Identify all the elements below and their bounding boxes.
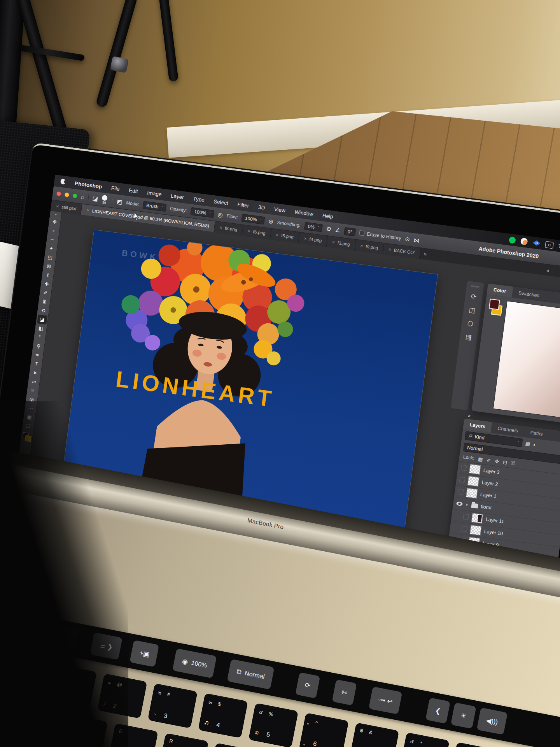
eraser-preset-icon[interactable]: ◪ [92,195,98,202]
angle-input[interactable]: 0° [344,227,356,236]
tool-button[interactable]: ☞ [28,386,38,396]
tool-button[interactable]: ❜ [35,332,45,342]
tool-button[interactable]: ✥ [49,217,60,227]
input-source-label[interactable]: Thai [558,243,560,250]
minimize-window-button[interactable] [65,193,69,197]
home-icon[interactable]: ⌂ [80,193,85,200]
tool-button[interactable]: ✚ [42,279,52,289]
color-picker-field[interactable] [493,301,560,421]
tab-overflow-icon[interactable]: » [419,248,431,260]
close-tab-icon[interactable]: × [332,239,335,245]
visibility-eye-icon[interactable] [461,465,467,471]
layer-filter-icon[interactable]: ▩ [525,440,530,447]
tool-button[interactable]: ♜ [39,297,50,307]
pressure-opacity-icon[interactable]: ◎ [217,211,223,219]
layer-thumbnail[interactable] [469,464,481,475]
opacity-input[interactable]: 100%ˇ [191,207,215,218]
layer-name[interactable]: Layer 1 [480,492,497,499]
tool-button[interactable]: T [31,359,42,369]
symmetry-butterfly-icon[interactable]: ⋈ [413,237,420,244]
erase-to-history-checkbox[interactable]: Erase to History [359,230,402,241]
menu-item[interactable]: Edit [129,187,138,194]
lock-icon[interactable]: ▦ [478,456,483,462]
apple-icon[interactable] [60,179,66,185]
close-tab-icon[interactable]: × [388,247,392,253]
zoom-window-button[interactable] [73,193,77,198]
visibility-eye-icon[interactable] [459,477,466,483]
lock-icon[interactable]: ✥ [494,458,499,464]
close-tab-icon[interactable]: × [219,225,223,231]
close-window-button[interactable] [56,191,61,196]
panel-icon[interactable]: ◫ [469,306,476,315]
tool-button[interactable]: ⊠ [44,261,54,271]
tool-button[interactable]: ➤ [30,368,40,378]
input-source-icon[interactable]: ก [545,241,554,249]
collapse-panels-icon[interactable]: « [546,265,550,276]
touch-bar-button[interactable]: ◀))) [476,707,508,735]
line-status-icon[interactable] [509,236,516,244]
layer-thumbnail[interactable] [467,476,480,486]
close-tab-icon[interactable]: × [56,203,59,209]
panel-icon[interactable]: ▤ [465,333,472,342]
pressure-size-icon[interactable]: ⊙ [404,235,410,243]
smoothing-input[interactable]: 0%ˇ [304,222,323,232]
touch-bar-button[interactable]: ▫▫▪ ↩ [369,687,402,715]
menu-item[interactable]: Type [193,196,205,203]
menu-item[interactable]: View [274,206,286,214]
keyboard-key[interactable]: ๔ % ถ 5 [248,703,298,747]
touch-bar-button[interactable]: +▣ [130,640,159,667]
ua-status-icon[interactable]: UA [532,240,541,246]
tool-button[interactable]: ⚲ [33,341,44,351]
tool-button[interactable]: ✦ [46,244,56,254]
touch-bar-button[interactable]: ☀ [451,703,476,729]
flow-input[interactable]: 100%ˇ [241,214,265,224]
tool-button[interactable]: ⟲ [38,305,49,316]
tool-button[interactable]: ◧ [36,323,46,333]
close-tab-icon[interactable]: × [275,232,279,238]
gear-icon[interactable]: ⚙ [326,225,332,233]
touch-bar-button[interactable]: ✄ [332,679,357,705]
creative-cloud-status-icon[interactable] [520,238,528,245]
close-tab-icon[interactable]: × [86,207,90,213]
menu-item[interactable]: Image [147,189,162,197]
layer-filter-icon[interactable]: ◐ [533,442,537,448]
layer-name[interactable]: Layer 2 [481,480,498,487]
tool-button[interactable]: ◰ [45,253,55,263]
tool-button[interactable]: ✐ [40,288,51,298]
menu-item[interactable]: Help [322,212,333,219]
menu-item[interactable]: Filter [237,201,250,209]
tool-button[interactable]: ✒ [32,350,43,360]
close-tab-icon[interactable]: × [247,228,251,234]
close-tab-icon[interactable]: × [304,236,307,242]
touch-bar-button[interactable]: ◉ 100% [172,648,217,678]
tool-button[interactable]: ◪ [37,314,47,324]
lock-icon[interactable]: ⊡ [502,459,508,465]
foreground-color-swatch[interactable] [489,299,500,310]
brush-preset-picker[interactable]: 36 [101,195,108,205]
menu-item[interactable]: Window [294,209,314,217]
touch-bar-button[interactable]: ❮ [425,698,450,724]
menu-item[interactable]: File [111,185,120,192]
lock-icon[interactable]: ⚿ [511,460,515,466]
tool-button[interactable]: ▫ [48,226,59,236]
menu-item[interactable]: Photoshop [74,180,102,189]
tool-button[interactable]: ℓ [42,270,53,280]
lock-icon[interactable]: ✐ [486,457,492,463]
touch-bar-button[interactable]: ⟳ [295,672,320,698]
layer-name[interactable]: Layer 3 [483,468,500,475]
brush-panel-toggle-icon[interactable]: ◩ [116,198,122,205]
menu-item[interactable]: 3D [258,204,265,210]
close-panel-icon[interactable]: × [467,413,471,419]
touch-bar-button[interactable]: ⧉ Normal [227,659,275,689]
airbrush-icon[interactable]: ⊛ [268,217,274,225]
tool-button[interactable]: ∽ [47,235,58,245]
menu-item[interactable]: Select [214,198,229,206]
panel-color-swatches[interactable] [488,299,503,316]
chevron-down-icon[interactable]: ˇ [112,199,113,203]
close-tab-icon[interactable]: × [360,243,364,249]
visibility-eye-icon[interactable] [458,489,464,495]
panel-icon[interactable]: ⟳ [471,292,477,301]
menu-item[interactable]: Layer [170,193,184,200]
layer-thumbnail[interactable] [466,488,478,498]
tool-button[interactable]: ▭ [29,377,39,387]
